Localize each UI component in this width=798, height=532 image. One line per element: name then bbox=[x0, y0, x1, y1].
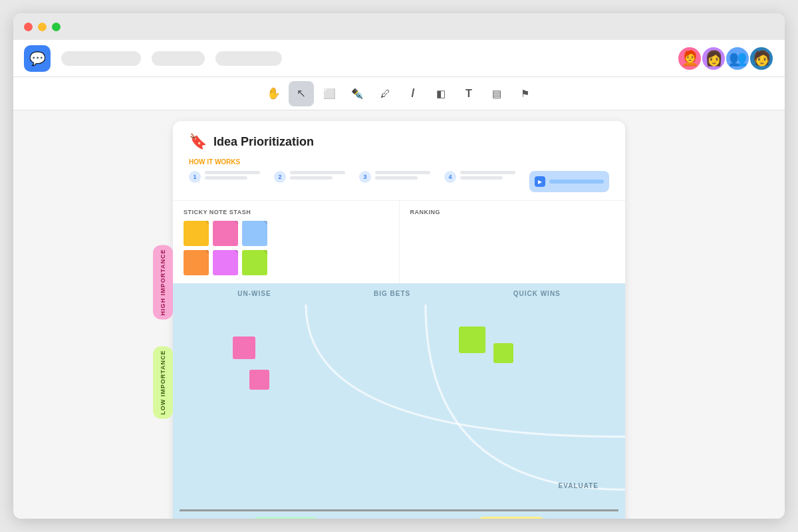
shape-tool[interactable]: ◧ bbox=[428, 81, 454, 106]
step-2-line-1 bbox=[290, 171, 345, 174]
cta-icon: ▶ bbox=[535, 176, 545, 187]
step-4-line-2 bbox=[460, 176, 503, 180]
high-importance-label: High Importance bbox=[153, 245, 173, 320]
template-card: 🔖 Idea Prioritization How it works 1 2 bbox=[173, 121, 625, 519]
canvas-area: High Importance Low Importance 🔖 Idea Pr… bbox=[13, 110, 785, 519]
maximize-button[interactable] bbox=[52, 23, 61, 31]
card-header: 🔖 Idea Prioritization bbox=[173, 121, 625, 158]
matrix-labels-row: UN-WISE BIG BETS QUICK WINS bbox=[173, 283, 625, 297]
avatar-4: 🧑 bbox=[749, 46, 774, 71]
step-3-line-2 bbox=[375, 176, 418, 180]
step-2-num: 2 bbox=[274, 171, 286, 183]
matrix-sticky-green-1[interactable] bbox=[459, 327, 485, 353]
title-bar bbox=[13, 13, 785, 40]
nav-item-1[interactable] bbox=[61, 51, 141, 66]
matrix-curves bbox=[173, 305, 625, 509]
x-axis-labels: Low Feasibility High Feasibility bbox=[173, 511, 625, 519]
steps-row: 1 2 3 bbox=[189, 171, 609, 192]
y-axis-labels: High Importance Low Importance bbox=[153, 245, 173, 419]
traffic-lights bbox=[24, 23, 61, 31]
label-quickwins: QUICK WINS bbox=[513, 290, 561, 297]
step-2: 2 bbox=[274, 171, 351, 183]
avatar-2: 👩 bbox=[701, 46, 726, 71]
step-4-num: 4 bbox=[444, 171, 456, 183]
step-1-num: 1 bbox=[189, 171, 201, 183]
minimize-button[interactable] bbox=[38, 23, 47, 31]
step-3-line-1 bbox=[375, 171, 430, 174]
high-feasibility-label: High Feasibility bbox=[477, 517, 545, 519]
card-title: Idea Prioritization bbox=[213, 135, 314, 149]
step-1: 1 bbox=[189, 171, 266, 183]
nav-left: 💬 bbox=[24, 45, 282, 72]
how-label: How it works bbox=[189, 158, 609, 166]
matrix-sticky-green-2[interactable] bbox=[493, 343, 513, 363]
step-3-num: 3 bbox=[359, 171, 371, 183]
matrix-sticky-pink-2[interactable] bbox=[249, 370, 269, 390]
matrix-area: UN-WISE BIG BETS QUICK WINS bbox=[173, 283, 625, 519]
line-tool[interactable]: / bbox=[400, 81, 426, 106]
sticky-section: Sticky Note Stash bbox=[173, 201, 400, 283]
matrix-inner: UN-WISE BIG BETS QUICK WINS bbox=[173, 283, 625, 509]
ranking-section: Ranking bbox=[400, 201, 626, 283]
nav-item-3[interactable] bbox=[215, 51, 282, 66]
label-unwise: UN-WISE bbox=[237, 290, 271, 297]
step-2-line-2 bbox=[290, 176, 332, 180]
close-button[interactable] bbox=[24, 23, 33, 31]
nav-item-2[interactable] bbox=[152, 51, 205, 66]
toolbar: ✋ ↖ ⬜ ✒️ 🖊 / ◧ T ▤ ⚑ bbox=[13, 77, 785, 110]
sticky-ranking-row: Sticky Note Stash Ranking bbox=[173, 200, 625, 283]
flag-tool[interactable]: ⚑ bbox=[512, 81, 537, 106]
cta-button[interactable]: ▶ bbox=[529, 171, 609, 192]
low-feasibility-label: Low Feasibility bbox=[253, 517, 319, 519]
step-1-line-2 bbox=[205, 176, 247, 180]
nav-right: 🧑‍🦰 👩 👥 🧑 bbox=[682, 46, 774, 71]
how-it-works-section: How it works 1 2 bbox=[173, 158, 625, 200]
sticky-section-label: Sticky Note Stash bbox=[184, 209, 388, 215]
nav-bar: 💬 🧑‍🦰 👩 👥 🧑 bbox=[13, 40, 785, 77]
sticky-tool[interactable]: ▤ bbox=[484, 81, 509, 106]
sticky-purple[interactable] bbox=[213, 250, 238, 275]
sticky-yellow[interactable] bbox=[184, 221, 209, 246]
sticky-pink[interactable] bbox=[213, 221, 238, 246]
label-bigbets: BIG BETS bbox=[374, 290, 410, 297]
evaluate-label: EVALUATE bbox=[559, 482, 598, 489]
step-4: 4 bbox=[444, 171, 521, 183]
logo-symbol: 💬 bbox=[29, 51, 46, 66]
avatar-1: 🧑‍🦰 bbox=[677, 46, 702, 71]
sticky-orange[interactable] bbox=[184, 250, 209, 275]
ranking-section-label: Ranking bbox=[410, 209, 615, 215]
logo-icon[interactable]: 💬 bbox=[24, 45, 51, 72]
step-3: 3 bbox=[359, 171, 436, 183]
sticky-grid bbox=[184, 221, 388, 275]
marker-tool[interactable]: 🖊 bbox=[372, 81, 398, 106]
step-4-line-1 bbox=[460, 171, 515, 174]
pen-tool[interactable]: ✒️ bbox=[344, 81, 370, 106]
text-tool[interactable]: T bbox=[456, 81, 481, 106]
select-tool[interactable]: ↖ bbox=[289, 81, 314, 106]
cta-btn-line bbox=[549, 180, 604, 184]
app-window: 💬 🧑‍🦰 👩 👥 🧑 ✋ ↖ ⬜ ✒️ 🖊 / ◧ T ▤ ⚑ High Im… bbox=[13, 13, 785, 519]
sticky-green[interactable] bbox=[242, 250, 267, 275]
eraser-tool[interactable]: ⬜ bbox=[317, 81, 342, 106]
hand-tool[interactable]: ✋ bbox=[261, 81, 286, 106]
avatar-3: 👥 bbox=[725, 46, 750, 71]
low-importance-label: Low Importance bbox=[153, 346, 173, 418]
step-1-line-1 bbox=[205, 171, 260, 174]
matrix-sticky-pink-1[interactable] bbox=[233, 336, 255, 359]
sticky-blue[interactable] bbox=[242, 221, 267, 246]
template-icon: 🔖 bbox=[189, 133, 207, 150]
svg-rect-0 bbox=[173, 305, 625, 509]
x-axis-area: Low Feasibility High Feasibility bbox=[173, 509, 625, 519]
